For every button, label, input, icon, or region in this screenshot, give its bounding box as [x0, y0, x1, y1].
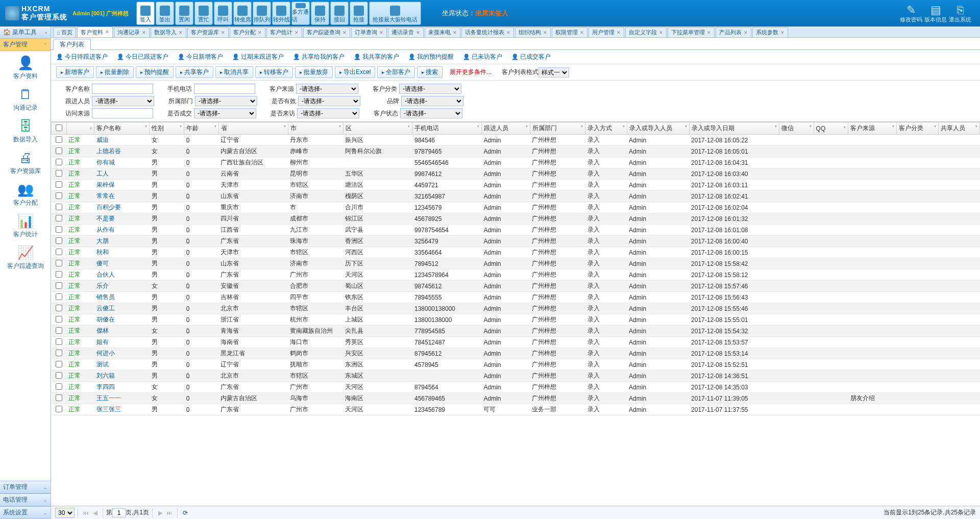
- col-7[interactable]: 区▾: [343, 122, 412, 135]
- row-checkbox[interactable]: [56, 215, 62, 221]
- col-5[interactable]: 省▾: [218, 122, 288, 135]
- customer-name-link[interactable]: 刘六箱: [96, 372, 115, 379]
- filter-phone-input[interactable]: [194, 84, 255, 94]
- customer-name-link[interactable]: 秋和: [96, 249, 109, 256]
- filter-brand-select[interactable]: -请选择-: [401, 96, 463, 106]
- col-11[interactable]: 录入方式▾: [585, 122, 627, 135]
- filter-follower-select[interactable]: -请选择-: [92, 96, 154, 106]
- customer-name-link[interactable]: 姐有: [96, 338, 109, 345]
- acc-order[interactable]: 订单管理⌄: [0, 481, 51, 493]
- customer-name-link[interactable]: 傑林: [96, 327, 109, 334]
- customer-name-link[interactable]: 工人: [96, 170, 109, 177]
- filter-deal-select[interactable]: -请选择-: [194, 108, 256, 118]
- col-3[interactable]: 性别▾: [150, 122, 184, 135]
- customer-name-link[interactable]: 乐介: [96, 282, 109, 289]
- tab-close-icon[interactable]: ✕: [416, 30, 420, 35]
- quicklink-6[interactable]: 我的预约提醒: [408, 53, 454, 61]
- row-checkbox[interactable]: [56, 316, 62, 323]
- tab-miss[interactable]: 未接来电✕: [425, 27, 460, 37]
- pager-next[interactable]: ▶: [156, 509, 165, 516]
- quicklink-2[interactable]: 今日新增客户: [178, 53, 223, 61]
- col-2[interactable]: 客户名称▾: [94, 122, 150, 135]
- telephony-queue-button[interactable]: 排队列: [253, 2, 271, 25]
- tab-user[interactable]: 用户管理✕: [589, 27, 624, 37]
- table-row[interactable]: 正常工人男0云南省昆明市五华区99874612Admin广州梓想录入Admin2…: [52, 168, 980, 180]
- customer-name-link[interactable]: 李四四: [96, 383, 115, 390]
- col-14[interactable]: 微信▾: [779, 122, 814, 135]
- table-row[interactable]: 正常从作有男0江西省九江市武宁县9978754654Admin广州梓想录入Adm…: [52, 225, 980, 236]
- customer-name-link[interactable]: 测试: [96, 361, 109, 368]
- row-checkbox[interactable]: [56, 282, 62, 289]
- row-checkbox[interactable]: [56, 372, 62, 379]
- table-row[interactable]: 正常百积少要男0重庆市市合川市12345679Admin广州梓想录入Admin2…: [52, 202, 980, 213]
- filter-dept-select[interactable]: -请选择-: [195, 96, 257, 106]
- nav-pool[interactable]: 🖨客户资源库: [0, 146, 51, 178]
- action-btn-0[interactable]: 新增客户: [56, 66, 94, 78]
- row-checkbox[interactable]: [56, 327, 62, 334]
- quicklink-7[interactable]: 已未访客户: [463, 53, 502, 61]
- table-row[interactable]: 正常果梓保男0天津市市辖区塘沽区4459721Admin广州梓想录入Admin2…: [52, 180, 980, 191]
- telephony-hold-button[interactable]: 保持: [311, 2, 329, 25]
- col-9[interactable]: 跟进人员▾: [481, 122, 530, 135]
- pager-first[interactable]: ⏮: [81, 509, 90, 516]
- tab-home[interactable]: 首页: [53, 27, 76, 37]
- tab-pool[interactable]: 客户资源库✕: [187, 27, 229, 37]
- tab-comm[interactable]: 沟通记录✕: [114, 27, 150, 37]
- filter-visitsrc-input[interactable]: [92, 108, 153, 118]
- row-checkbox[interactable]: [56, 383, 62, 390]
- table-row[interactable]: 正常乐介女0安徽省合肥市蜀山区98745612Admin广州梓想录入Admin2…: [52, 281, 980, 292]
- nav-assign[interactable]: 👥客户分配: [0, 178, 51, 209]
- table-row[interactable]: 正常合伙人男0广东省广州市天河区1234578964Admin广州梓想录入Adm…: [52, 269, 980, 281]
- telephony-busy-button[interactable]: 置忙: [194, 2, 213, 25]
- tab-assign[interactable]: 客户分配✕: [230, 27, 265, 37]
- quicklink-5[interactable]: 我共享的客户: [354, 53, 399, 61]
- grid-style-select[interactable]: 样式一: [538, 67, 569, 78]
- telephony-maxbell-button[interactable]: 抢接最大振铃电话: [369, 2, 421, 25]
- table-row[interactable]: 正常张三张三男0广东省广州市天河区123456789可可业务一部录入Admin2…: [52, 404, 980, 415]
- tab-close-icon[interactable]: ✕: [453, 30, 457, 35]
- filter-name-input[interactable]: [92, 84, 153, 94]
- acc-menu-tools[interactable]: 🏠 菜单工具«: [0, 27, 51, 39]
- customer-name-link[interactable]: 大朋: [96, 237, 109, 244]
- table-row[interactable]: 正常傑林女0青海省黄南藏族自治州尖扎县778954585Admin广州梓想录入A…: [52, 326, 980, 337]
- filter-source-select[interactable]: -请选择-: [296, 84, 358, 94]
- table-row[interactable]: 正常大朋男0广东省珠海市香洲区3256479Admin广州梓想录入Admin20…: [52, 236, 980, 247]
- row-checkbox[interactable]: [56, 170, 62, 177]
- col-13[interactable]: 录入或导入日期▾: [689, 122, 779, 135]
- col-4[interactable]: 年龄▾: [184, 122, 219, 135]
- col-8[interactable]: 手机电话▾: [412, 122, 482, 135]
- row-checkbox[interactable]: [56, 361, 62, 367]
- select-all-checkbox[interactable]: [56, 125, 62, 131]
- table-row[interactable]: 正常你有城男0广西壮族自治区柳州市5546546546Admin广州梓想录入Ad…: [52, 157, 980, 168]
- nav-import[interactable]: 🗄数据导入: [0, 114, 51, 146]
- row-checkbox[interactable]: [56, 204, 62, 210]
- customer-name-link[interactable]: 百积少要: [96, 204, 121, 211]
- row-checkbox[interactable]: [56, 147, 62, 154]
- tab-field[interactable]: 自定义字段✕: [625, 27, 667, 37]
- row-checkbox[interactable]: [56, 159, 62, 165]
- tab-close-icon[interactable]: ✕: [105, 30, 109, 35]
- acc-sys[interactable]: 系统设置⌄: [0, 506, 51, 519]
- subtab-customer-list[interactable]: 客户列表: [53, 39, 91, 50]
- tab-perm[interactable]: 权限管理✕: [552, 27, 587, 37]
- telephony-xferagent-button[interactable]: 转坐席: [233, 2, 252, 25]
- row-checkbox[interactable]: [56, 305, 62, 311]
- telephony-grab-button[interactable]: 抢接: [350, 2, 368, 25]
- customer-name-link[interactable]: 何进小: [96, 350, 115, 357]
- quicklink-4[interactable]: 共享给我的客户: [293, 53, 345, 61]
- table-row[interactable]: 正常王五一一女0内蒙古自治区乌海市海南区456789465Admin广州梓想录入…: [52, 393, 980, 404]
- filter-visited-select[interactable]: -请选择-: [297, 108, 359, 118]
- nav-trace[interactable]: 📈客户踪迹查询: [0, 241, 51, 273]
- tab-orderq[interactable]: 订单查询✕: [351, 27, 387, 37]
- row-checkbox[interactable]: [56, 181, 62, 188]
- col-15[interactable]: QQ▾: [814, 122, 848, 135]
- table-row[interactable]: 正常傻可男0山东省济南市历下区7894512Admin广州梓想录入Admin20…: [52, 258, 980, 269]
- action-btn-4[interactable]: 取消共享: [215, 66, 253, 78]
- row-checkbox[interactable]: [56, 249, 62, 255]
- action-btn-1[interactable]: 批量删除: [96, 66, 134, 78]
- customer-name-link[interactable]: 上德若谷: [96, 147, 121, 155]
- telephony-pickup-button[interactable]: 接回: [330, 2, 349, 25]
- tab-close-icon[interactable]: ✕: [707, 30, 711, 35]
- tab-stats[interactable]: 客户统计✕: [266, 27, 302, 37]
- table-row[interactable]: 正常云傻工男0北京市市辖区丰台区138000138000Admin广州梓想录入A…: [52, 303, 980, 314]
